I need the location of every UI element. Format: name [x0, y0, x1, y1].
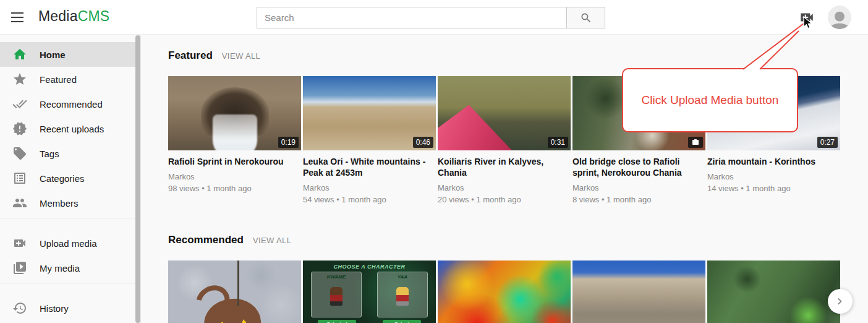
- media-author[interactable]: Markos: [572, 183, 705, 194]
- media-title[interactable]: Koiliaris River in Kalyves, Chania: [438, 156, 571, 178]
- sidebar-item-label: Upload media: [40, 238, 97, 249]
- media-meta: 8 views • 1 month ago: [572, 194, 705, 205]
- game-character-sprite: [396, 287, 409, 306]
- media-meta: 54 views • 1 month ago: [303, 194, 436, 205]
- sidebar-item-history[interactable]: History: [0, 296, 136, 321]
- logo-media: Media: [38, 8, 78, 24]
- media-title[interactable]: Old bridge close to Rafioli sprint, Nero…: [572, 156, 705, 178]
- media-title[interactable]: Rafioli Sprint in Nerokourou: [168, 156, 301, 167]
- sidebar-item-label: My media: [40, 263, 80, 273]
- media-author[interactable]: Markos: [168, 171, 301, 183]
- sidebar-divider: [0, 218, 136, 218]
- annotation-text: Click Upload Media button: [642, 93, 779, 107]
- game-character-name: KWAME: [312, 274, 361, 280]
- sidebar-item-label: Featured: [40, 74, 77, 85]
- view-all-link[interactable]: VIEW ALL: [253, 236, 291, 245]
- media-card: 0:19 Rafioli Sprint in Nerokourou Markos…: [168, 76, 301, 205]
- game-panel-right: YAA: [377, 272, 428, 317]
- view-all-link[interactable]: VIEW ALL: [222, 51, 260, 61]
- top-bar: MediaCMS: [0, 0, 868, 35]
- sidebar-item-recommended[interactable]: Recommended: [0, 92, 136, 116]
- video-thumbnail[interactable]: [168, 261, 301, 323]
- chevron-right-icon: [833, 295, 847, 308]
- pumpkin-art: [202, 296, 263, 323]
- media-card: 0:31 Koiliaris River in Kalyves, Chania …: [438, 76, 571, 205]
- sidebar-item-recent-uploads[interactable]: Recent uploads: [0, 116, 136, 141]
- home-icon: [12, 47, 27, 62]
- video-thumbnail[interactable]: 0:19: [168, 76, 301, 150]
- photo-badge: [688, 137, 703, 148]
- person-icon: [828, 9, 851, 29]
- upload-media-button[interactable]: [799, 9, 815, 25]
- duration-badge: 0:46: [413, 137, 433, 148]
- media-card: 0:46 Leuka Ori - White mountains - Peak …: [303, 76, 436, 205]
- search-input[interactable]: [257, 7, 567, 28]
- tag-icon: [12, 146, 27, 161]
- sidebar-item-home[interactable]: Home: [0, 42, 136, 67]
- video-thumbnail[interactable]: [438, 261, 571, 323]
- media-card: [572, 261, 705, 323]
- sidebar: Home Featured Recommended Recent uploads…: [0, 35, 141, 323]
- video-thumbnail[interactable]: CHOOSE A CHARACTER KWAME YAA Selected Se…: [303, 261, 436, 323]
- sidebar-scrollbar[interactable]: [135, 35, 140, 323]
- game-panel-left: KWAME: [311, 272, 362, 317]
- search-icon: [580, 12, 592, 24]
- sidebar-item-label: Categories: [40, 173, 85, 184]
- media-card: [438, 261, 571, 323]
- duration-badge: 0:31: [548, 137, 568, 148]
- media-meta: 20 views • 1 month ago: [438, 194, 571, 205]
- sidebar-item-featured[interactable]: Featured: [0, 67, 136, 92]
- sidebar-item-members[interactable]: Members: [0, 191, 136, 215]
- sidebar-item-categories[interactable]: Categories: [0, 166, 136, 191]
- game-selected-button: Selected: [318, 320, 356, 323]
- section-title: Recommended: [168, 234, 244, 246]
- new-releases-icon: [12, 121, 27, 136]
- media-author[interactable]: Markos: [303, 183, 436, 194]
- logo-cms: CMS: [78, 8, 110, 24]
- avatar[interactable]: [828, 6, 851, 29]
- game-character-sprite: [330, 287, 343, 306]
- media-meta: 98 views • 1 month ago: [168, 183, 301, 194]
- duration-badge: 0:19: [278, 137, 299, 148]
- sidebar-item-tags[interactable]: Tags: [0, 141, 136, 166]
- camera-icon: [691, 139, 700, 146]
- video-thumbnail[interactable]: [707, 261, 840, 323]
- game-title-text: CHOOSE A CHARACTER: [303, 264, 436, 270]
- video-thumbnail[interactable]: [572, 261, 705, 323]
- sidebar-item-my-media[interactable]: My media: [0, 256, 136, 280]
- annotation-callout: Click Upload Media button: [622, 68, 798, 132]
- media-title[interactable]: Leuka Ori - White mountains - Peak at 24…: [303, 156, 436, 178]
- media-card: [168, 261, 301, 323]
- history-icon: [12, 301, 27, 316]
- done-all-icon: [12, 97, 27, 111]
- media-title[interactable]: Ziria mountain - Korinthos: [707, 156, 840, 167]
- sidebar-item-label: Tags: [40, 149, 59, 159]
- video-thumbnail[interactable]: 0:31: [438, 76, 571, 150]
- media-author[interactable]: Markos: [707, 171, 840, 183]
- media-meta: 14 views • 1 month ago: [707, 183, 840, 194]
- video-thumbnail[interactable]: 0:46: [303, 76, 436, 150]
- sidebar-item-label: Members: [40, 198, 79, 209]
- duration-badge: 0:27: [817, 137, 838, 148]
- media-author[interactable]: Markos: [438, 183, 571, 194]
- search-bar: [257, 7, 605, 28]
- search-button[interactable]: [566, 7, 605, 28]
- game-select-button: Select: [383, 320, 421, 323]
- menu-icon[interactable]: [11, 12, 23, 22]
- section-title: Featured: [168, 50, 213, 62]
- video-library-icon: [12, 261, 27, 275]
- media-card: CHOOSE A CHARACTER KWAME YAA Selected Se…: [303, 261, 436, 323]
- recommended-section: Recommended VIEW ALL CHOOSE A CHARACTER …: [168, 234, 840, 323]
- sidebar-item-upload-media[interactable]: Upload media: [0, 231, 136, 256]
- logo[interactable]: MediaCMS: [38, 8, 109, 25]
- categories-icon: [12, 171, 27, 186]
- sidebar-item-label: Home: [40, 50, 66, 60]
- sidebar-item-label: History: [40, 303, 69, 314]
- upload-media-icon: [12, 236, 27, 251]
- game-character-name: YAA: [378, 274, 427, 280]
- media-card: [707, 261, 840, 323]
- carousel-next-button[interactable]: [828, 289, 853, 314]
- sidebar-item-label: Recent uploads: [40, 124, 104, 134]
- members-icon: [12, 196, 27, 210]
- sidebar-item-label: Recommended: [40, 99, 103, 110]
